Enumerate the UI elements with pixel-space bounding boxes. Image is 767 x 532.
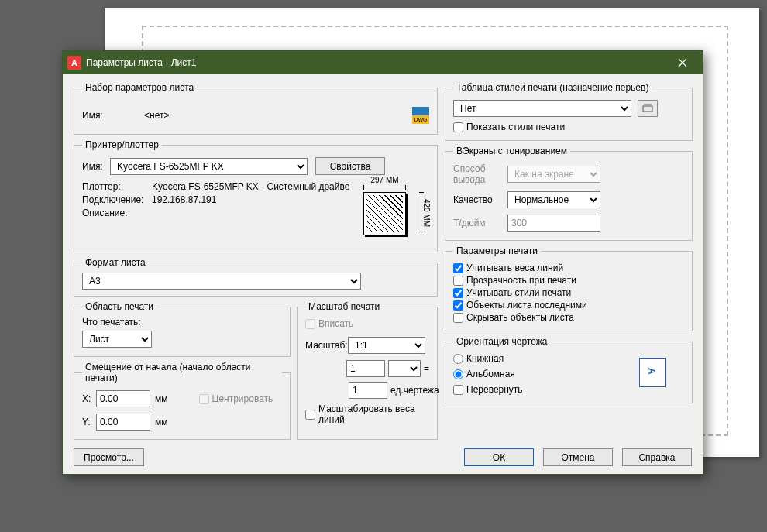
svg-text:A: A — [646, 368, 657, 375]
dwg-icon: DWG — [412, 107, 429, 124]
close-button[interactable] — [667, 52, 698, 74]
scale-lineweights-checkbox[interactable]: Масштабировать веса линий — [305, 403, 429, 425]
orientation-group: Ориентация чертежа Книжная Альбомная Пер… — [445, 336, 693, 403]
opt-lineweights-label: Учитывать веса линий — [466, 263, 563, 273]
offset-y-label: Y: — [82, 417, 96, 427]
connection-value: 192.168.87.191 — [152, 194, 216, 205]
properties-button[interactable]: Свойства — [315, 157, 385, 175]
center-checkbox[interactable]: Центрировать — [199, 393, 273, 404]
options-legend: Параметры печати — [453, 245, 541, 256]
offset-y-input[interactable] — [96, 414, 150, 431]
offset-legend: Смещение от начала (начало области печат… — [82, 362, 282, 383]
paper-height-label: 420 MM — [421, 191, 431, 235]
style-table-edit-button[interactable] — [638, 100, 658, 117]
orientation-preview-icon: A — [639, 358, 666, 387]
scale-label: Масштаб: — [305, 340, 348, 351]
paper-preview: 297 MM 420 MM — [356, 177, 429, 251]
paper-size-select[interactable]: A3 — [82, 273, 361, 290]
what-to-plot-select[interactable]: Лист — [82, 331, 152, 348]
cancel-button[interactable]: Отмена — [543, 448, 613, 466]
app-icon: A — [67, 56, 81, 70]
connection-label: Подключение: — [82, 194, 152, 205]
titlebar: A Параметры листа - Лист1 — [63, 51, 703, 74]
paper-size-legend: Формат листа — [82, 257, 149, 268]
portrait-label: Книжная — [466, 353, 504, 364]
scale-select[interactable]: 1:1 — [348, 337, 425, 354]
upside-down-label: Перевернуть — [466, 384, 523, 395]
shade-mode-label: Способ вывода — [453, 163, 507, 185]
opt-paperspace-last-checkbox[interactable]: Объекты листа последними — [453, 300, 684, 311]
quality-label: Качество — [453, 194, 507, 205]
opt-plotstyles-label: Учитывать стили печати — [466, 287, 571, 298]
scale-num-input[interactable] — [346, 360, 385, 377]
opt-transparency-label: Прозрачность при печати — [466, 275, 576, 286]
plotter-value: Kyocera FS-6525MFP KX - Системный драйве… — [152, 181, 349, 192]
shaded-group: ВЭкраны с тонированием Способ вывода Как… — [445, 146, 693, 241]
scale-group: Масштаб печати Вписать Масштаб: 1:1 — [297, 301, 438, 440]
window-title: Параметры листа - Лист1 — [86, 57, 667, 68]
pageset-name-value: <нет> — [144, 110, 169, 121]
help-button[interactable]: Справка — [622, 448, 692, 466]
center-label: Центрировать — [212, 393, 273, 404]
offset-group: Смещение от начала (начало области печат… — [74, 362, 291, 440]
shade-mode-select: Как на экране — [507, 166, 600, 183]
printer-group: Принтер/плоттер Имя: Kyocera FS-6525MFP … — [74, 139, 438, 252]
printer-name-label: Имя: — [82, 161, 110, 172]
fit-to-paper-checkbox[interactable]: Вписать — [305, 318, 429, 329]
printer-legend: Принтер/плоттер — [82, 139, 162, 150]
style-table-group: Таблица стилей печати (назначение перьев… — [445, 82, 693, 141]
plot-area-legend: Область печати — [82, 301, 156, 312]
shaded-legend: ВЭкраны с тонированием — [453, 146, 570, 156]
paper-size-group: Формат листа A3 — [74, 257, 438, 297]
dialog-button-bar: Просмотр... ОК Отмена Справка — [74, 448, 692, 466]
pageset-group: Набор параметров листа Имя: <нет> DWG — [74, 82, 438, 135]
preview-button[interactable]: Просмотр... — [74, 448, 144, 466]
edit-icon — [642, 104, 653, 113]
orientation-legend: Ориентация чертежа — [453, 336, 550, 347]
svg-rect-0 — [643, 106, 652, 112]
paper-width-label: 297 MM — [363, 176, 406, 184]
opt-hide-paperspace-checkbox[interactable]: Скрывать объекты листа — [453, 312, 684, 323]
style-table-legend: Таблица стилей печати (назначение перьев… — [453, 82, 652, 93]
opt-lineweights-checkbox[interactable]: Учитывать веса линий — [453, 263, 684, 273]
opt-transparency-checkbox[interactable]: Прозрачность при печати — [453, 275, 684, 286]
dialog-body: Набор параметров листа Имя: <нет> DWG Пр… — [63, 74, 703, 474]
plot-area-group: Область печати Что печатать: Лист — [74, 301, 291, 357]
scale-units-select[interactable]: мм — [388, 360, 421, 377]
dpi-input — [507, 215, 600, 232]
scale-den-input[interactable] — [349, 382, 387, 399]
scale-den-units: ед.чертежа — [390, 385, 429, 396]
scale-lw-label: Масштабировать веса линий — [318, 403, 429, 425]
dpi-label: Т/дюйм — [453, 218, 507, 228]
plotter-label: Плоттер: — [82, 181, 152, 192]
show-styles-checkbox[interactable]: Показать стили печати — [453, 122, 684, 132]
opt-plotstyles-checkbox[interactable]: Учитывать стили печати — [453, 287, 684, 298]
page-setup-dialog: A Параметры листа - Лист1 Набор параметр… — [62, 50, 703, 475]
pageset-legend: Набор параметров листа — [82, 82, 197, 93]
opt-paperspace-last-label: Объекты листа последними — [466, 300, 587, 311]
offset-y-units: мм — [155, 417, 168, 427]
what-to-plot-label: Что печатать: — [82, 317, 282, 328]
ok-button[interactable]: ОК — [464, 448, 534, 466]
landscape-label: Альбомная — [466, 369, 515, 379]
offset-x-label: X: — [82, 393, 96, 404]
opt-hide-paperspace-label: Скрывать объекты листа — [466, 312, 574, 323]
quality-select[interactable]: Нормальное — [507, 191, 600, 208]
show-styles-label: Показать стили печати — [466, 122, 565, 132]
scale-legend: Масштаб печати — [305, 301, 383, 312]
scale-eq: = — [424, 363, 429, 374]
style-table-select[interactable]: Нет — [453, 100, 631, 117]
offset-x-input[interactable] — [96, 390, 150, 407]
description-label: Описание: — [82, 208, 152, 218]
fit-label: Вписать — [318, 318, 353, 329]
options-group: Параметры печати Учитывать веса линий Пр… — [445, 245, 693, 331]
close-icon — [678, 58, 687, 67]
pageset-name-label: Имя: — [82, 110, 144, 121]
printer-name-select[interactable]: Kyocera FS-6525MFP KX — [110, 158, 308, 175]
offset-x-units: мм — [155, 393, 168, 404]
